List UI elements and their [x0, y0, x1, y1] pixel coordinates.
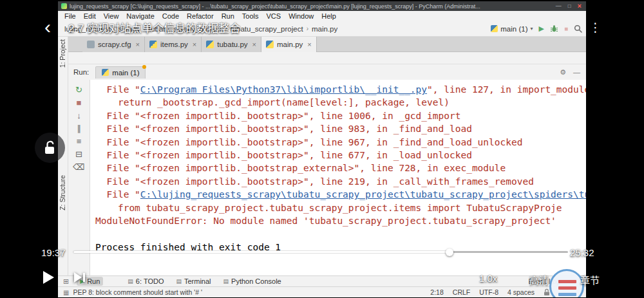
run-panel-title: Run:	[73, 68, 89, 76]
breadcrumb-item-tubatu-scrapy-project[interactable]: tubatu_scrapy_project	[230, 25, 303, 33]
pause-output-icon[interactable]: ∥	[77, 124, 81, 133]
console-line	[95, 227, 586, 240]
console-panel[interactable]: File "C:\Program Files\Python37\lib\impo…	[90, 80, 586, 275]
settings-gear-icon[interactable]: ⚙	[560, 69, 566, 76]
print-icon[interactable]: ⊟	[75, 150, 82, 158]
menu-item-window[interactable]: Window	[285, 12, 317, 20]
stripe-project-button[interactable]: 1: Project	[59, 39, 66, 68]
menu-item-edit[interactable]: Edit	[80, 12, 100, 20]
stripe-structure-button[interactable]: Z: Structure	[59, 175, 66, 210]
toolwindow-label: Terminal	[184, 277, 211, 285]
quality-button[interactable]: 高清	[529, 273, 549, 286]
breadcrumb-item-main-py[interactable]: main.py	[312, 25, 337, 33]
status-4-spaces[interactable]: 4 spaces	[507, 288, 535, 296]
run-panel-actions: ⚙ —	[560, 69, 580, 76]
tab-label: items.py	[160, 41, 188, 48]
menu-item-refactor[interactable]: Refactor	[183, 12, 218, 20]
search-everywhere-button[interactable]	[574, 24, 582, 33]
tab-main-py[interactable]: main.py×	[261, 37, 317, 52]
toolwindow-button-6-todo[interactable]: ▤6: TODO	[124, 277, 167, 286]
next-triangle-icon	[74, 272, 82, 283]
maximize-button[interactable]: □	[568, 1, 571, 11]
menu-item-help[interactable]: Help	[317, 12, 340, 20]
toolwindow-quick-access-icon[interactable]: ⊞	[63, 277, 69, 286]
tab-items-py[interactable]: items.py×	[145, 37, 202, 52]
toolwindow-button-terminal[interactable]: ▤Terminal	[173, 277, 214, 286]
console-file-link[interactable]: C:\Program Files\Python37\lib\importlib\…	[140, 84, 427, 95]
console-file-link[interactable]: C:\lujing_requests_scrapy\tubatu_scrapy_…	[140, 189, 586, 200]
console-line: File "<frozen importlib._bootstrap>", li…	[95, 109, 586, 122]
progress-bar[interactable]	[73, 251, 568, 253]
python-run-icon	[102, 69, 109, 76]
console-line: File "<frozen importlib._bootstrap>", li…	[95, 149, 586, 162]
tab-close-icon[interactable]: ×	[307, 41, 311, 48]
pycharm-logo-icon	[61, 3, 67, 9]
stop-icon[interactable]: ■	[77, 98, 82, 107]
tab-close-icon[interactable]: ×	[193, 41, 196, 48]
chapters-button[interactable]: 章节	[580, 273, 600, 286]
current-time: 19:37	[41, 247, 66, 258]
rerun-icon[interactable]: ↻	[75, 86, 82, 94]
next-episode-button[interactable]	[74, 272, 85, 283]
menu-item-view[interactable]: View	[100, 12, 123, 20]
toolwindow-label: Python Console	[231, 277, 281, 285]
python-file-icon	[206, 41, 214, 48]
playback-speed-button[interactable]: 1.0x	[479, 273, 497, 284]
menu-item-run[interactable]: Run	[218, 12, 238, 20]
status-bar: ▦ PEP 8: block comment should start with…	[58, 286, 586, 297]
close-button[interactable]: ×	[578, 1, 582, 11]
status-utf-8[interactable]: UTF-8	[479, 288, 498, 296]
console-line: File "<frozen importlib._bootstrap>", li…	[95, 136, 586, 149]
debug-button[interactable]	[550, 24, 558, 33]
breadcrumb-separator-icon: ›	[307, 25, 308, 32]
status-right-cluster: 2:18CRLFUTF-84 spaces	[430, 288, 550, 296]
soft-wrap-icon[interactable]: ≡	[77, 137, 82, 145]
toolwindow-bar: ⊞ ▶Run▤6: TODO▤Terminal▤Python Console E…	[58, 275, 586, 286]
run-config-label: main (1)	[500, 25, 527, 33]
terminal-icon: ▤	[176, 279, 182, 284]
watermark-marks	[558, 280, 576, 283]
status-crlf[interactable]: CRLF	[453, 288, 470, 296]
status-2-18[interactable]: 2:18	[430, 288, 443, 296]
play-button[interactable]	[43, 271, 54, 284]
menu-item-file[interactable]: File	[61, 12, 80, 20]
todo-icon: ▤	[128, 279, 133, 284]
menu-item-code[interactable]: Code	[158, 12, 183, 20]
clear-console-icon[interactable]: ⌫	[73, 163, 84, 171]
window-controls: — □ ×	[556, 1, 583, 11]
pycharm-title-bar: lujing_requests_scrapy [C:\lujing_reques…	[58, 1, 586, 11]
rotation-lock-button[interactable]	[35, 133, 65, 163]
more-options-icon[interactable]: ⋮	[589, 20, 601, 35]
toolwindow-button-python-console[interactable]: ▤Python Console	[220, 277, 285, 286]
minimize-button[interactable]: —	[556, 1, 562, 11]
run-config-selector[interactable]: main (1) ▾	[491, 25, 533, 33]
hide-panel-icon[interactable]: —	[573, 69, 580, 76]
tab-label: scrapy.cfg	[98, 41, 131, 48]
toolwindow-label: Run	[87, 277, 100, 285]
video-player: lujing_requests_scrapy [C:\lujing_reques…	[0, 0, 644, 298]
tab-close-icon[interactable]: ×	[136, 41, 140, 48]
scroll-down-icon[interactable]: ↓	[77, 111, 81, 120]
console-line: File "<frozen importlib._bootstrap>", li…	[95, 122, 586, 135]
run-button[interactable]: ▶	[538, 25, 544, 32]
inspections-icon[interactable]: ▦	[63, 289, 69, 296]
console-line: File "C:\Program Files\Python37\lib\impo…	[95, 83, 586, 96]
video-frame[interactable]: lujing_requests_scrapy [C:\lujing_reques…	[58, 1, 586, 297]
search-icon	[574, 24, 582, 33]
menu-item-tools[interactable]: Tools	[238, 12, 263, 20]
tab-scrapy-cfg[interactable]: scrapy.cfg×	[82, 37, 145, 52]
stop-button[interactable]: ■	[564, 26, 568, 32]
back-button[interactable]: ‹	[44, 17, 51, 37]
menu-item-navigate[interactable]: Navigate	[122, 12, 158, 20]
video-title: 2-7 实现对站点单个信息的数据整合	[68, 19, 240, 35]
menu-item-vcs[interactable]: VCS	[263, 12, 285, 20]
run-tab[interactable]: main (1)	[95, 66, 146, 79]
status-right: 2:18CRLFUTF-84 spaces	[430, 288, 535, 296]
toolwindow-label: 6: TODO	[136, 277, 164, 285]
progress-handle[interactable]	[446, 248, 453, 256]
tab-close-icon[interactable]: ×	[252, 41, 256, 48]
console-line: from tubatu_scrapy_project.tubatu_scrapy…	[95, 201, 586, 214]
console-line: File "C:\lujing_requests_scrapy\tubatu_s…	[95, 188, 586, 201]
tab-tubatu-py[interactable]: tubatu.py×	[202, 37, 261, 52]
console-line: ModuleNotFoundError: No module named 'tu…	[95, 214, 586, 227]
